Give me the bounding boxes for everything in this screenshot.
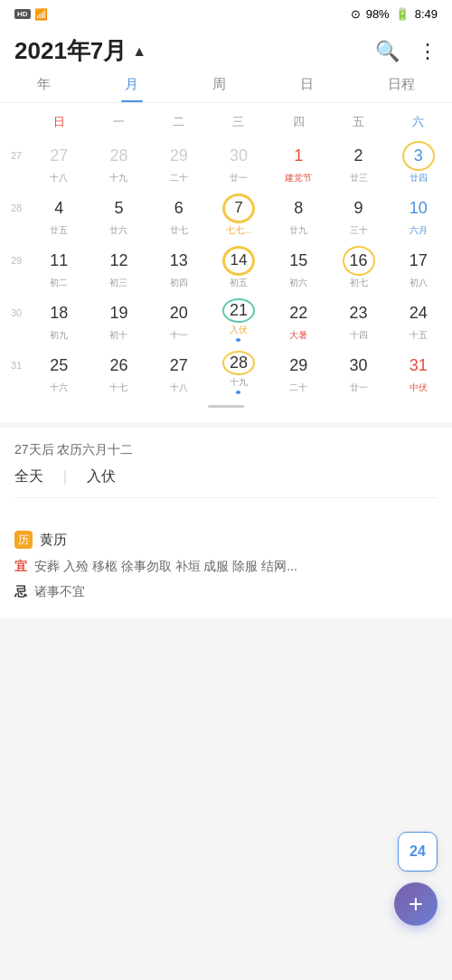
huangli-section: 历 黄历 宜 安葬 入殓 移柩 徐事勿取 补垣 成服 除服 结网... 忌 诸事… xyxy=(0,520,452,618)
day-num: 30 xyxy=(343,351,375,381)
tab-week[interactable]: 周 xyxy=(203,76,235,102)
search-icon[interactable]: 🔍 xyxy=(375,40,400,63)
cal-cell-jul30[interactable]: 30 廿一 xyxy=(328,347,388,398)
tab-schedule[interactable]: 日程 xyxy=(379,76,424,102)
cal-cell-jul26[interactable]: 26 十七 xyxy=(89,347,148,398)
tab-day[interactable]: 日 xyxy=(291,76,323,102)
more-icon[interactable]: ⋮ xyxy=(418,40,438,63)
cal-cell-jun30[interactable]: 30 廿一 xyxy=(209,137,268,188)
month-year-label: 2021年7月 xyxy=(14,35,127,67)
fab-add-button[interactable]: + xyxy=(394,882,438,926)
cal-cell-jul7[interactable]: 7 七七... xyxy=(209,190,268,240)
sub-text: 入伏 xyxy=(230,324,248,336)
day-num: 15 xyxy=(282,246,315,276)
cal-cell-jun28[interactable]: 28 十九 xyxy=(89,137,148,188)
cal-cell-jul28[interactable]: 28 十九 xyxy=(209,347,268,398)
day-num: 14 xyxy=(222,246,255,276)
cal-cell-jul18[interactable]: 18 初九 xyxy=(29,295,89,345)
cal-cell-jul13[interactable]: 13 初四 xyxy=(149,242,209,293)
sub-text: 十四 xyxy=(350,329,368,342)
tab-month[interactable]: 月 xyxy=(116,76,147,102)
cal-cell-jul14[interactable]: 14 初五 xyxy=(209,242,268,293)
day-num: 6 xyxy=(163,193,195,223)
week-number-27: 27 xyxy=(4,137,29,188)
cal-cell-jul20[interactable]: 20 十一 xyxy=(149,295,209,345)
day-header-sat: 六 xyxy=(389,110,448,134)
day-header-sun: 日 xyxy=(29,110,89,134)
sub-text: 建党节 xyxy=(285,172,312,184)
cal-cell-jul12[interactable]: 12 初三 xyxy=(89,242,148,293)
day-num: 29 xyxy=(163,141,195,171)
cal-cell-jul6[interactable]: 6 廿七 xyxy=(149,190,209,240)
sub-text: 廿一 xyxy=(230,172,248,184)
cal-cell-jul5[interactable]: 5 廿六 xyxy=(89,190,148,240)
day-num: 21 xyxy=(222,298,255,323)
day-num: 24 xyxy=(402,298,435,328)
cal-cell-jul19[interactable]: 19 初十 xyxy=(89,295,148,345)
day-num: 18 xyxy=(42,298,75,328)
sub-text: 初六 xyxy=(289,277,307,289)
sub-text: 初八 xyxy=(410,277,428,289)
header-title[interactable]: 2021年7月 ▲ xyxy=(14,35,146,67)
sub-text: 十七 xyxy=(109,382,127,394)
cal-cell-jun29[interactable]: 29 二十 xyxy=(149,137,209,188)
day-num: 25 xyxy=(42,351,75,381)
day-header-mon: 一 xyxy=(89,110,148,134)
day-header-thu: 四 xyxy=(268,110,328,134)
cal-cell-jul24[interactable]: 24 十五 xyxy=(389,295,448,345)
calendar-row-31: 31 25 十六 26 十七 27 十八 28 十九 29 二十 30 廿一 3… xyxy=(4,347,448,398)
expand-arrow-icon[interactable]: ▲ xyxy=(132,43,146,60)
day-num: 17 xyxy=(402,246,435,276)
sub-text: 十九 xyxy=(109,172,127,184)
cal-cell-jul23[interactable]: 23 十四 xyxy=(328,295,388,345)
huangli-ji-row: 忌 诸事不宜 xyxy=(14,581,438,601)
week-number-31: 31 xyxy=(4,347,29,398)
calendar-row-28: 28 4 廿五 5 廿六 6 廿七 7 七七... 8 廿九 9 三十 10 六… xyxy=(4,190,448,240)
huangli-icon: 历 xyxy=(14,531,33,549)
cal-cell-jul4[interactable]: 4 廿五 xyxy=(29,190,89,240)
cal-cell-jul11[interactable]: 11 初二 xyxy=(29,242,89,293)
cal-cell-jul22[interactable]: 22 大暑 xyxy=(268,295,328,345)
event-dot xyxy=(236,391,240,394)
cal-cell-jul16[interactable]: 16 初七 xyxy=(328,242,388,293)
day-num: 27 xyxy=(42,141,75,171)
sub-text: 六月 xyxy=(410,224,428,237)
allday-label: 全天 xyxy=(14,467,43,486)
cal-cell-jun27[interactable]: 27 十八 xyxy=(29,137,89,188)
cal-cell-jul31[interactable]: 31 中伏 xyxy=(389,347,448,398)
cal-cell-jul8[interactable]: 8 廿九 xyxy=(268,190,328,240)
cal-cell-jul21[interactable]: 21 入伏 xyxy=(209,295,268,345)
cal-cell-jul9[interactable]: 9 三十 xyxy=(328,190,388,240)
cal-cell-jul15[interactable]: 15 初六 xyxy=(268,242,328,293)
day-header-wed: 三 xyxy=(209,110,268,134)
calendar-row-27: 27 27 十八 28 十九 29 二十 30 廿一 1 建党节 2 廿三 3 … xyxy=(4,137,448,188)
cal-cell-jul29[interactable]: 29 二十 xyxy=(268,347,328,398)
battery-icon: 🔋 xyxy=(395,7,410,21)
sub-text: 廿四 xyxy=(410,172,428,184)
day-header-tue: 二 xyxy=(149,110,209,134)
cal-cell-jul27[interactable]: 27 十八 xyxy=(149,347,209,398)
sub-text: 七七... xyxy=(226,224,251,237)
sub-text: 初三 xyxy=(109,277,127,289)
day-num: 9 xyxy=(343,193,375,223)
day-num: 19 xyxy=(102,298,135,328)
cal-cell-jul2[interactable]: 2 廿三 xyxy=(328,137,388,188)
sub-text: 十九 xyxy=(230,376,248,389)
sub-text: 初二 xyxy=(50,277,68,289)
cal-cell-jul3[interactable]: 3 廿四 xyxy=(389,137,448,188)
nfc-icon: ⊙ xyxy=(351,7,361,21)
tab-year[interactable]: 年 xyxy=(28,76,60,102)
cal-cell-jul1[interactable]: 1 建党节 xyxy=(268,137,328,188)
fab-24-button[interactable]: 24 xyxy=(398,832,438,872)
day-num: 1 xyxy=(282,141,315,171)
week-number-28: 28 xyxy=(4,190,29,240)
day-num: 4 xyxy=(42,193,75,223)
cal-cell-jul10[interactable]: 10 六月 xyxy=(389,190,448,240)
cal-cell-jul25[interactable]: 25 十六 xyxy=(29,347,89,398)
cal-cell-jul17[interactable]: 17 初八 xyxy=(389,242,448,293)
event-dot xyxy=(236,338,240,342)
sub-text: 廿一 xyxy=(350,382,368,394)
info-section: 27天后 农历六月十二 全天 ｜ 入伏 xyxy=(0,428,452,520)
sub-text: 十八 xyxy=(50,172,68,184)
tab-bar: 年 月 周 日 日程 xyxy=(0,67,452,103)
